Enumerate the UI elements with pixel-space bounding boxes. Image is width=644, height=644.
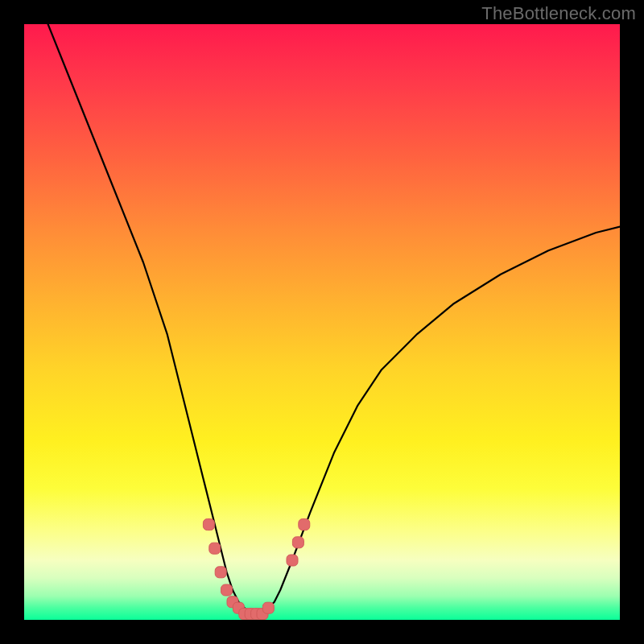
bottleneck-curve [24,24,620,620]
curve-marker [292,537,303,548]
curve-marker [287,555,298,566]
curve-path [48,24,620,614]
plot-area [24,24,620,620]
curve-marker [221,584,233,596]
curve-marker [262,602,274,613]
chart-frame: TheBottleneck.com [0,0,644,644]
curve-marker [299,519,310,530]
curve-marker [203,519,214,530]
curve-marker [209,543,221,554]
watermark-text: TheBottleneck.com [481,3,636,24]
curve-marker [215,567,226,578]
